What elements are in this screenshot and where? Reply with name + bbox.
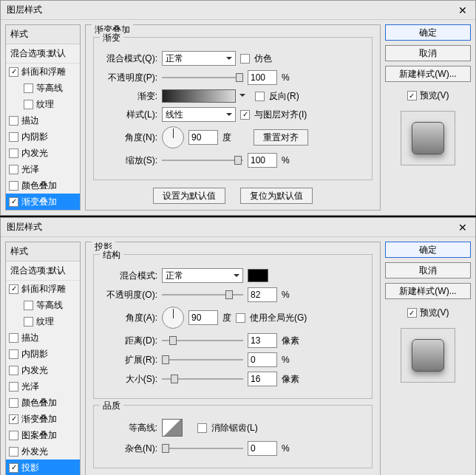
- style-item[interactable]: 等高线: [6, 80, 80, 96]
- blend-mode-select[interactable]: 正常: [162, 268, 243, 283]
- global-light-checkbox[interactable]: [236, 313, 245, 323]
- style-checkbox[interactable]: [9, 447, 18, 457]
- preview-box: [401, 328, 455, 383]
- contour-swatch[interactable]: [162, 419, 183, 437]
- new-style-button[interactable]: 新建样式(W)...: [385, 283, 471, 299]
- angle-dial[interactable]: [162, 307, 184, 329]
- reverse-label: 反向(R): [269, 90, 299, 103]
- cancel-button[interactable]: 取消: [385, 262, 471, 278]
- blend-options-default[interactable]: 混合选项:默认: [6, 262, 80, 281]
- reset-align-button[interactable]: 重置对齐: [254, 129, 308, 146]
- set-default-button[interactable]: 设置为默认值: [153, 188, 225, 204]
- style-item[interactable]: 图案叠加: [6, 427, 80, 443]
- style-checkbox[interactable]: [9, 132, 18, 142]
- style-item[interactable]: 外发光: [6, 443, 80, 459]
- style-checkbox[interactable]: [9, 333, 18, 343]
- angle-dial[interactable]: [162, 126, 184, 148]
- align-checkbox[interactable]: [240, 110, 250, 120]
- style-item[interactable]: 光泽: [6, 378, 80, 394]
- opacity-slider[interactable]: [162, 290, 243, 300]
- distance-input[interactable]: 13: [248, 333, 277, 348]
- scale-input[interactable]: 100: [248, 153, 277, 168]
- style-checkbox[interactable]: [24, 317, 33, 327]
- ok-button[interactable]: 确定: [385, 242, 471, 258]
- ok-button[interactable]: 确定: [385, 24, 471, 41]
- spread-input[interactable]: 0: [248, 352, 277, 367]
- spread-slider[interactable]: [162, 355, 243, 365]
- style-item[interactable]: 颜色叠加: [6, 177, 80, 194]
- size-slider[interactable]: [162, 374, 243, 384]
- style-item[interactable]: 描边: [6, 112, 80, 129]
- gradient-swatch[interactable]: [162, 89, 236, 103]
- new-style-button[interactable]: 新建样式(W)...: [385, 66, 471, 82]
- angle-label: 角度(A):: [101, 312, 157, 324]
- style-checkbox[interactable]: [9, 463, 18, 473]
- style-checkbox[interactable]: [9, 116, 18, 126]
- style-item[interactable]: 内阴影: [6, 129, 80, 145]
- style-item[interactable]: 纹理: [6, 313, 80, 329]
- drop-shadow-settings: 投影 结构 混合模式: 正常 不透明度(O): 82 % 角度(A): 9: [85, 242, 381, 475]
- opacity-label: 不透明度(P):: [101, 72, 157, 84]
- blend-mode-select[interactable]: 正常: [162, 51, 236, 66]
- style-checkbox[interactable]: [9, 165, 18, 174]
- antialias-label: 消除锯齿(L): [211, 422, 258, 434]
- style-item[interactable]: 内发光: [6, 145, 80, 161]
- style-checkbox[interactable]: [24, 83, 33, 93]
- cancel-button[interactable]: 取消: [385, 45, 471, 61]
- style-item[interactable]: 投影: [6, 459, 80, 475]
- style-checkbox[interactable]: [9, 366, 18, 375]
- blend-options-default[interactable]: 混合选项:默认: [6, 44, 80, 64]
- size-input[interactable]: 16: [248, 372, 277, 386]
- styles-header: 样式: [6, 25, 80, 44]
- style-item[interactable]: 描边: [6, 329, 80, 346]
- style-checkbox[interactable]: [9, 398, 18, 408]
- style-checkbox[interactable]: [9, 197, 18, 207]
- preview-checkbox[interactable]: [407, 91, 417, 100]
- style-checkbox[interactable]: [9, 414, 18, 424]
- dither-checkbox[interactable]: [240, 54, 250, 64]
- style-item[interactable]: 光泽: [6, 161, 80, 177]
- close-icon[interactable]: ✕: [456, 4, 469, 17]
- gradient-style-select[interactable]: 线性: [162, 107, 236, 122]
- pixel-unit: 像素: [282, 335, 299, 347]
- style-item[interactable]: 斜面和浮雕: [6, 64, 80, 80]
- distance-slider[interactable]: [162, 335, 243, 346]
- style-item[interactable]: 斜面和浮雕: [6, 281, 80, 297]
- reset-default-button[interactable]: 复位为默认值: [240, 188, 313, 204]
- style-item-label: 纹理: [36, 98, 54, 111]
- style-item-label: 渐变叠加: [21, 196, 57, 208]
- preview-label: 预览(V): [420, 89, 449, 102]
- style-item[interactable]: 等高线: [6, 297, 80, 313]
- style-checkbox[interactable]: [9, 181, 18, 191]
- noise-input[interactable]: 0: [248, 441, 277, 456]
- shadow-color-swatch[interactable]: [248, 269, 268, 282]
- style-checkbox[interactable]: [9, 67, 18, 77]
- style-checkbox[interactable]: [9, 349, 18, 359]
- reverse-checkbox[interactable]: [255, 92, 265, 101]
- style-item-label: 图案叠加: [21, 429, 57, 442]
- style-item[interactable]: 内阴影: [6, 346, 80, 362]
- style-item[interactable]: 渐变叠加: [6, 411, 80, 427]
- style-item[interactable]: 渐变叠加: [6, 194, 80, 210]
- opacity-slider[interactable]: [162, 72, 243, 83]
- style-checkbox[interactable]: [24, 301, 33, 310]
- close-icon[interactable]: ✕: [456, 221, 469, 234]
- style-checkbox[interactable]: [9, 431, 18, 440]
- style-item[interactable]: 颜色叠加: [6, 394, 80, 411]
- style-item[interactable]: 纹理: [6, 96, 80, 112]
- angle-input[interactable]: 90: [188, 310, 218, 325]
- style-item[interactable]: 内发光: [6, 362, 80, 378]
- scale-slider[interactable]: [162, 155, 243, 165]
- preview-checkbox[interactable]: [407, 308, 417, 318]
- style-checkbox[interactable]: [24, 100, 33, 109]
- opacity-input[interactable]: 82: [248, 287, 277, 302]
- style-checkbox[interactable]: [9, 148, 18, 158]
- opacity-input[interactable]: 100: [248, 70, 277, 85]
- antialias-checkbox[interactable]: [197, 423, 207, 433]
- angle-input[interactable]: 90: [188, 130, 218, 145]
- noise-slider[interactable]: [162, 443, 243, 454]
- percent-unit: %: [282, 290, 290, 300]
- style-checkbox[interactable]: [9, 284, 18, 294]
- style-checkbox[interactable]: [9, 382, 18, 392]
- style-item-label: 内阴影: [21, 131, 48, 143]
